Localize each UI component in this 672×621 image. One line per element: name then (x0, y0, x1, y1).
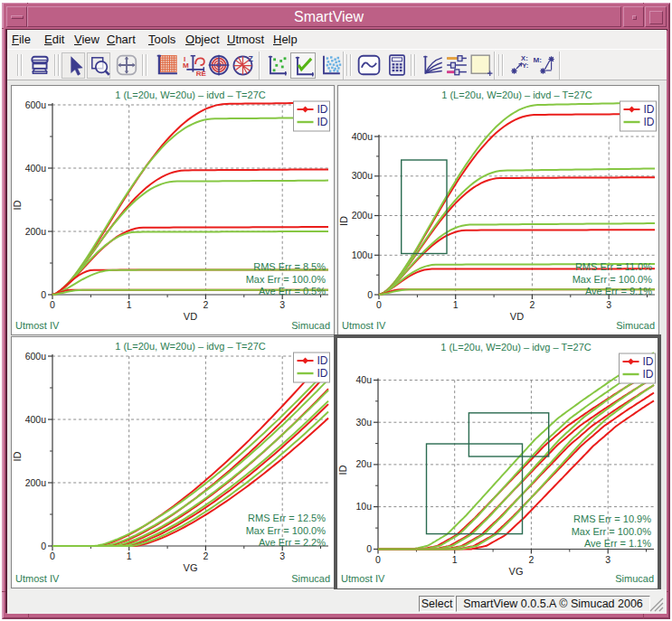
svg-text:Utmost IV: Utmost IV (15, 573, 60, 584)
svg-text:0: 0 (376, 299, 382, 310)
svg-text:Ave Err = 1.1%: Ave Err = 1.1% (584, 538, 651, 549)
svg-text:Y:: Y: (522, 61, 528, 70)
svg-text:1 (L=20u, W=20u) – idvd – T=27: 1 (L=20u, W=20u) – idvd – T=27C (441, 89, 592, 100)
svg-text:Simucad: Simucad (291, 573, 330, 584)
svg-text:ID: ID (337, 465, 348, 475)
svg-text:Ave Err = 9.1%: Ave Err = 9.1% (585, 286, 652, 296)
svg-text:ID: ID (12, 200, 23, 210)
svg-text:3: 3 (279, 550, 285, 561)
svg-text:RMS Err = 11.0%: RMS Err = 11.0% (575, 261, 652, 272)
svg-text:Utmost IV: Utmost IV (15, 320, 60, 331)
svg-text:Utmost IV: Utmost IV (341, 573, 385, 584)
svg-text:Max Err = 100.0%: Max Err = 100.0% (246, 274, 327, 285)
svg-text:0: 0 (50, 299, 55, 310)
svg-text:Max Err = 100.0%: Max Err = 100.0% (246, 525, 327, 536)
svg-text:20u: 20u (355, 458, 372, 469)
svg-text:100u: 100u (352, 249, 374, 260)
svg-text:ID: ID (644, 103, 655, 116)
svg-text:ID: ID (317, 354, 328, 367)
svg-text:Max Err = 100.0%: Max Err = 100.0% (572, 526, 652, 537)
svg-text:RMS Err = 10.9%: RMS Err = 10.9% (573, 513, 651, 524)
svg-text:Max Err = 100.0%: Max Err = 100.0% (573, 274, 653, 285)
svg-text:Ave Err = 2.2%: Ave Err = 2.2% (259, 537, 326, 548)
svg-text:1 (L=20u, W=20u) – idvd – T=27: 1 (L=20u, W=20u) – idvd – T=27C (115, 89, 265, 100)
svg-text:Simucad: Simucad (616, 320, 655, 331)
svg-text:2: 2 (203, 550, 208, 561)
svg-text:400u: 400u (352, 131, 374, 142)
svg-text:3: 3 (279, 299, 285, 310)
svg-text:200u: 200u (25, 226, 47, 237)
svg-text:600u: 600u (25, 351, 47, 362)
svg-text:ID: ID (317, 116, 328, 128)
svg-text:2: 2 (203, 299, 208, 310)
svg-text:RMS Err = 8.5%: RMS Err = 8.5% (253, 261, 326, 272)
svg-text:ID: ID (643, 368, 654, 381)
svg-text:M: M (183, 61, 189, 70)
svg-text:300u: 300u (352, 170, 374, 181)
svg-text:600u: 600u (25, 99, 47, 110)
svg-text:1: 1 (452, 554, 458, 565)
svg-text:VG: VG (184, 562, 198, 573)
svg-text:30u: 30u (355, 417, 372, 428)
svg-text:0: 0 (50, 550, 55, 561)
svg-text:400u: 400u (25, 414, 47, 425)
svg-text:1: 1 (453, 299, 459, 310)
svg-text:ID: ID (338, 216, 349, 226)
svg-text:0: 0 (41, 541, 46, 551)
svg-text:Simucad: Simucad (291, 320, 330, 331)
svg-text:Utmost IV: Utmost IV (342, 320, 386, 331)
svg-text:RMS Err = 12.5%: RMS Err = 12.5% (248, 513, 326, 523)
svg-text:200u: 200u (352, 210, 374, 221)
svg-text:40u: 40u (355, 374, 372, 385)
svg-text:VG: VG (509, 566, 524, 577)
svg-text:0: 0 (367, 289, 373, 300)
svg-text:0: 0 (375, 554, 381, 565)
svg-text:Ave Err = 0.5%: Ave Err = 0.5% (259, 286, 326, 296)
svg-text:VD: VD (184, 311, 197, 322)
svg-text:400u: 400u (25, 163, 47, 174)
svg-text:Z: Z (248, 54, 253, 63)
svg-text:ID: ID (643, 355, 654, 368)
svg-text:1 (L=20u, W=20u) – idvg – T=27: 1 (L=20u, W=20u) – idvg – T=27C (115, 341, 265, 352)
svg-text:ID: ID (317, 103, 328, 116)
svg-text:0: 0 (41, 289, 46, 300)
svg-text:1 (L=20u, W=20u) – idvg – T=27: 1 (L=20u, W=20u) – idvg – T=27C (440, 342, 591, 353)
svg-text:VD: VD (510, 311, 524, 322)
svg-text:2: 2 (529, 299, 535, 310)
svg-text:3: 3 (605, 554, 610, 565)
svg-text:ID: ID (12, 451, 23, 461)
svg-text:3: 3 (606, 299, 611, 310)
svg-text:2: 2 (528, 554, 534, 565)
svg-text:1: 1 (127, 550, 132, 561)
svg-text:ID: ID (317, 367, 328, 380)
svg-text:10u: 10u (355, 501, 372, 512)
svg-text:ID: ID (644, 116, 655, 128)
svg-text:200u: 200u (25, 477, 47, 488)
svg-text:1: 1 (127, 299, 132, 310)
svg-text:M:: M: (534, 56, 542, 64)
svg-text:RE: RE (196, 70, 206, 77)
svg-text:Simucad: Simucad (615, 573, 654, 584)
svg-text:0: 0 (366, 543, 372, 554)
